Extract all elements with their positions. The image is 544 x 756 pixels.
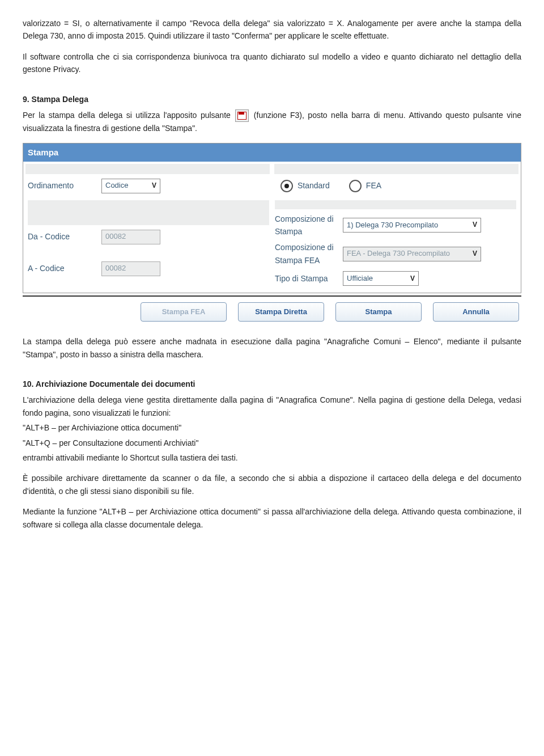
radio-standard[interactable]: Standard <box>280 179 330 192</box>
stampa-divider <box>23 295 521 297</box>
radio-standard-label: Standard <box>298 179 330 192</box>
stampa-left-filler <box>28 200 269 225</box>
radio-fea-icon <box>349 180 362 192</box>
tipo-stampa-select[interactable]: Ufficiale V <box>343 271 419 286</box>
pdf-print-icon[interactable] <box>235 109 249 122</box>
radio-fea[interactable]: FEA <box>349 179 381 192</box>
stampa-right-filler <box>275 200 516 209</box>
tipo-stampa-value: Ufficiale <box>347 273 373 285</box>
composizione-stampa-value: 1) Delega 730 Precompilato <box>347 219 438 231</box>
section-10-paragraph-3: È possibile archivare direttamente da sc… <box>23 472 521 497</box>
section-10-paragraph-2: entrambi attivabili mediante lo Shortcut… <box>23 451 521 464</box>
da-codice-label: Da - Codice <box>28 230 96 243</box>
stampa-dialog-title: Stampa <box>23 143 521 162</box>
section-10-paragraph-1: L'archiviazione della delega viene gesti… <box>23 394 521 419</box>
annulla-button[interactable]: Annulla <box>433 302 519 322</box>
ordinamento-select-value: Codice <box>105 180 128 192</box>
section-10-paragraph-4: Mediante la funzione "ALT+B – per Archiv… <box>23 505 521 531</box>
section-9-paragraph: Per la stampa della delega si utilizza l… <box>23 109 521 135</box>
stampa-button[interactable]: Stampa <box>335 302 422 322</box>
ordinamento-label: Ordinamento <box>28 179 96 192</box>
chevron-down-icon: V <box>473 248 477 259</box>
chevron-down-icon: V <box>410 273 415 284</box>
a-codice-input[interactable]: 00082 <box>101 261 160 276</box>
chevron-down-icon: V <box>473 219 477 230</box>
a-codice-label: A - Codice <box>28 262 96 274</box>
da-codice-input[interactable]: 00082 <box>101 230 160 244</box>
composizione-stampa-label: Composizione di Stampa <box>275 213 337 238</box>
section-10-title: 10. Archiviazione Documentale dei docume… <box>23 378 521 390</box>
intro-paragraph-2: Il software controlla che ci sia corrisp… <box>23 50 521 76</box>
radio-standard-icon <box>280 180 293 192</box>
a-codice-value: 00082 <box>105 263 126 274</box>
composizione-stampa-select[interactable]: 1) Delega 730 Precompilato V <box>343 218 481 233</box>
composizione-stampa-fea-select: FEA - Delega 730 Precompilato V <box>343 247 481 261</box>
da-codice-value: 00082 <box>105 231 126 243</box>
stampa-top-filler-left <box>26 164 270 174</box>
stampa-button-bar: Stampa FEA Stampa Diretta Stampa Annulla <box>23 302 521 325</box>
radio-fea-label: FEA <box>366 179 381 192</box>
post-stampa-paragraph: La stampa della delega può essere anche … <box>23 335 521 361</box>
stampa-fea-button: Stampa FEA <box>141 302 227 322</box>
composizione-stampa-fea-value: FEA - Delega 730 Precompilato <box>347 248 450 260</box>
stampa-top-filler-right <box>274 164 518 174</box>
stampa-dialog: Stampa Ordinamento Codice V Da - Codice … <box>23 143 521 294</box>
composizione-stampa-fea-label: Composizione di Stampa FEA <box>275 241 337 267</box>
tipo-stampa-label: Tipo di Stampa <box>275 272 337 285</box>
section-10-shortcut-altb: "ALT+B – per Archiviazione ottica docume… <box>23 421 521 434</box>
intro-paragraph-1: valorizzato = SI, o alternativamente il … <box>23 17 521 43</box>
ordinamento-select[interactable]: Codice V <box>101 179 160 193</box>
section-9-text-a: Per la stampa della delega si utilizza l… <box>23 111 234 120</box>
stampa-diretta-button[interactable]: Stampa Diretta <box>238 302 324 322</box>
section-10-shortcut-altq: "ALT+Q – per Consultazione documenti Arc… <box>23 437 521 449</box>
section-9-title: 9. Stampa Delega <box>23 93 521 105</box>
chevron-down-icon: V <box>152 180 156 191</box>
